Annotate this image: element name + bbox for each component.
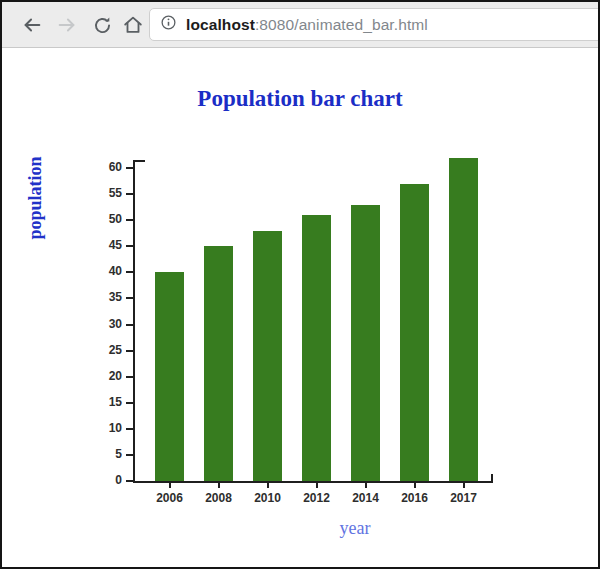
y-tick: [126, 167, 133, 169]
y-tick: [126, 324, 133, 326]
x-tick: [365, 483, 367, 488]
forward-button[interactable]: [55, 13, 79, 37]
x-tick: [218, 483, 220, 488]
y-tick-label: 60: [93, 160, 122, 174]
y-tick-label: 5: [93, 447, 122, 461]
reload-button[interactable]: [90, 13, 114, 37]
bar-2017[interactable]: [449, 158, 478, 481]
x-tick-label: 2008: [195, 491, 243, 505]
y-tick-label: 50: [93, 212, 122, 226]
x-tick: [316, 483, 318, 488]
y-tick: [126, 193, 133, 195]
bar-2014[interactable]: [351, 205, 380, 481]
x-tick-label: 2006: [146, 491, 194, 505]
forward-arrow-icon: [56, 14, 78, 36]
x-tick-label: 2016: [391, 491, 439, 505]
browser-toolbar: localhost:8080/animated_bar.html: [2, 2, 598, 48]
x-axis-end-cap: [491, 474, 493, 481]
y-axis-top-cap: [133, 160, 145, 162]
x-tick: [169, 483, 171, 488]
y-tick: [126, 402, 133, 404]
url-path: :8080/animated_bar.html: [255, 16, 428, 33]
x-tick: [267, 483, 269, 488]
y-tick: [126, 454, 133, 456]
chart-title: Population bar chart: [2, 86, 598, 112]
bar-2006[interactable]: [155, 272, 184, 481]
y-tick-label: 0: [93, 473, 122, 487]
y-tick-label: 40: [93, 264, 122, 278]
y-tick-label: 10: [93, 421, 122, 435]
url-bar[interactable]: localhost:8080/animated_bar.html: [149, 8, 600, 41]
bar-2012[interactable]: [302, 215, 331, 481]
x-axis-line: [133, 481, 493, 483]
back-arrow-icon: [21, 14, 43, 36]
y-tick: [126, 376, 133, 378]
x-axis-title: year: [305, 518, 405, 539]
y-tick: [126, 480, 133, 482]
y-tick: [126, 271, 133, 273]
browser-window: localhost:8080/animated_bar.html Populat…: [0, 0, 600, 569]
x-tick: [414, 483, 416, 488]
x-tick: [463, 483, 465, 488]
bar-2010[interactable]: [253, 231, 282, 481]
y-axis-line: [133, 160, 135, 483]
reload-icon: [92, 15, 113, 36]
y-tick-label: 55: [93, 186, 122, 200]
url-text: localhost:8080/animated_bar.html: [186, 16, 428, 34]
bar-2008[interactable]: [204, 246, 233, 481]
y-tick-label: 30: [93, 317, 122, 331]
y-tick-label: 20: [93, 369, 122, 383]
y-axis-title: population: [25, 138, 49, 258]
y-tick: [126, 297, 133, 299]
y-tick-label: 35: [93, 290, 122, 304]
x-tick-label: 2017: [440, 491, 488, 505]
url-host: localhost: [186, 16, 255, 33]
y-tick: [126, 245, 133, 247]
y-tick-label: 15: [93, 395, 122, 409]
x-tick-label: 2012: [293, 491, 341, 505]
home-button[interactable]: [121, 13, 145, 37]
y-tick: [126, 428, 133, 430]
x-tick-label: 2014: [342, 491, 390, 505]
y-tick-label: 25: [93, 343, 122, 357]
info-icon[interactable]: [160, 14, 177, 35]
y-tick: [126, 350, 133, 352]
home-icon: [122, 14, 144, 36]
bar-2016[interactable]: [400, 184, 429, 481]
x-tick-label: 2010: [244, 491, 292, 505]
y-tick-label: 45: [93, 238, 122, 252]
y-tick: [126, 219, 133, 221]
back-button[interactable]: [20, 13, 44, 37]
